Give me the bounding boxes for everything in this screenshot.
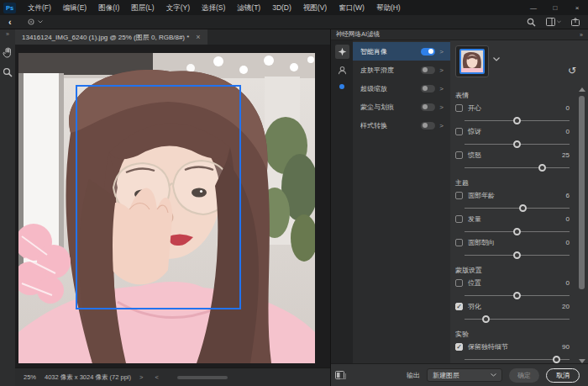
- slider-handle[interactable]: [513, 228, 521, 235]
- slider-handle[interactable]: [538, 164, 546, 172]
- filter-toggle[interactable]: [421, 66, 435, 74]
- filter-label: 蒙尘与划痕: [360, 103, 417, 112]
- slider-row: 惊讶0: [455, 126, 570, 148]
- tool-preset-picker[interactable]: [27, 18, 43, 26]
- slider-handle[interactable]: [482, 315, 490, 323]
- ok-button[interactable]: 确定: [509, 368, 539, 383]
- checkbox[interactable]: [455, 192, 463, 199]
- slider-value: 0: [566, 104, 570, 112]
- magnifier-icon: [3, 67, 13, 77]
- slider[interactable]: [465, 204, 570, 213]
- menu-item[interactable]: 文件(F): [22, 3, 57, 12]
- filter-toggle[interactable]: [421, 48, 435, 56]
- checkbox[interactable]: ✓: [455, 303, 463, 310]
- search-icon[interactable]: [527, 18, 536, 27]
- slider[interactable]: [465, 315, 570, 324]
- output-select[interactable]: 新建图层: [427, 368, 502, 382]
- menu-item[interactable]: 文字(Y): [160, 3, 196, 12]
- menu-item[interactable]: 图像(I): [92, 3, 125, 12]
- slider[interactable]: [465, 228, 570, 236]
- document-tab[interactable]: 13416124_IMG_6240 (1).jpg @ 25% (图层 0, R…: [15, 29, 207, 45]
- panel-menu-icon[interactable]: »: [580, 32, 583, 38]
- scroll-down-icon[interactable]: [579, 359, 585, 363]
- chevron-down-icon: [38, 20, 43, 24]
- filter-category-rail: [331, 40, 353, 363]
- workspace-switcher[interactable]: [546, 18, 561, 26]
- checkbox[interactable]: [455, 104, 463, 112]
- filter-item[interactable]: 超级缩放>: [353, 79, 450, 98]
- hand-tool-button[interactable]: [0, 44, 15, 61]
- filter-item[interactable]: 智能肖像>: [353, 42, 450, 61]
- menu-item[interactable]: 视图(V): [297, 3, 333, 12]
- slider[interactable]: [465, 292, 570, 300]
- scrollbar-thumb[interactable]: [579, 96, 585, 289]
- preview-toggle-icon[interactable]: [335, 370, 346, 380]
- portrait-icon: [338, 66, 347, 75]
- chevron-right-icon: >: [439, 103, 444, 111]
- all-filters-category[interactable]: [335, 45, 349, 59]
- minimize-button[interactable]: —: [522, 0, 544, 15]
- filter-item[interactable]: 样式转换>: [353, 116, 450, 135]
- menu-item[interactable]: 编辑(E): [57, 3, 92, 12]
- filter-toggle[interactable]: [421, 85, 435, 93]
- face-thumbnail-frame[interactable]: [455, 45, 489, 77]
- status-popup-icon[interactable]: > <: [139, 373, 164, 381]
- share-icon[interactable]: [571, 18, 580, 26]
- face-dropdown-icon[interactable]: [493, 57, 500, 61]
- collapse-tools-icon[interactable]: »: [6, 31, 9, 37]
- menu-item[interactable]: 帮助(H): [370, 3, 407, 12]
- slider[interactable]: [465, 164, 570, 172]
- horizontal-scrollbar[interactable]: [177, 376, 228, 379]
- slider-handle[interactable]: [553, 356, 560, 363]
- document-tab-bar: 13416124_IMG_6240 (1).jpg @ 25% (图层 0, R…: [15, 29, 330, 45]
- menu-item[interactable]: 3D(D): [266, 3, 297, 12]
- slider[interactable]: [465, 356, 570, 363]
- slider[interactable]: [465, 117, 570, 125]
- slider-value: 90: [562, 343, 570, 351]
- settings-scrollbar[interactable]: [578, 87, 585, 363]
- filter-list: 智能肖像>皮肤平滑度>超级缩放>蒙尘与划痕>样式转换>: [353, 40, 450, 363]
- slider-handle[interactable]: [513, 251, 521, 259]
- tab-close-icon[interactable]: ×: [196, 33, 200, 41]
- cancel-button[interactable]: 取消: [546, 368, 580, 383]
- menu-item[interactable]: 窗口(W): [333, 3, 370, 12]
- slider-handle[interactable]: [513, 140, 521, 148]
- menu-item[interactable]: 图层(L): [125, 3, 160, 12]
- panel-header: 神经网络AI滤镜 »: [331, 29, 588, 40]
- reset-icon[interactable]: ↺: [568, 66, 576, 76]
- slider-row: 发量0: [455, 214, 570, 235]
- slider[interactable]: [465, 251, 570, 260]
- slider-track: [465, 208, 570, 209]
- slider[interactable]: [465, 140, 570, 149]
- face-thumbnail[interactable]: [459, 49, 485, 74]
- filter-item[interactable]: 蒙尘与划痕>: [353, 98, 450, 116]
- back-icon[interactable]: ‹: [8, 17, 12, 27]
- filter-toggle[interactable]: [421, 103, 435, 111]
- filter-label: 皮肤平滑度: [360, 66, 417, 75]
- chevron-right-icon: >: [439, 48, 444, 56]
- scroll-up-icon[interactable]: [579, 87, 585, 92]
- filter-item[interactable]: 皮肤平滑度>: [353, 61, 450, 79]
- filter-toggle[interactable]: [421, 122, 435, 130]
- menu-item[interactable]: 选择(S): [196, 3, 231, 12]
- zoom-tool-button[interactable]: [0, 64, 15, 81]
- checkbox[interactable]: [455, 279, 463, 287]
- close-button[interactable]: ×: [566, 0, 588, 15]
- face-selector-row: ↺: [455, 45, 570, 84]
- slider-handle[interactable]: [513, 292, 521, 299]
- portrait-category[interactable]: [335, 63, 349, 77]
- canvas[interactable]: [15, 45, 330, 367]
- slider-row: 愤怒25: [455, 150, 570, 172]
- menu-item[interactable]: 滤镜(T): [231, 3, 266, 12]
- checkbox[interactable]: [455, 128, 463, 135]
- checkbox[interactable]: ✓: [455, 343, 463, 351]
- checkbox[interactable]: [455, 239, 463, 246]
- slider-handle[interactable]: [513, 117, 521, 124]
- slider-handle[interactable]: [519, 204, 527, 212]
- slider-row: 位置0: [455, 278, 570, 299]
- chevron-right-icon: >: [439, 122, 444, 130]
- zoom-level[interactable]: 25%: [24, 373, 36, 381]
- maximize-button[interactable]: □: [544, 0, 566, 15]
- checkbox[interactable]: [455, 215, 463, 223]
- checkbox[interactable]: [455, 151, 463, 159]
